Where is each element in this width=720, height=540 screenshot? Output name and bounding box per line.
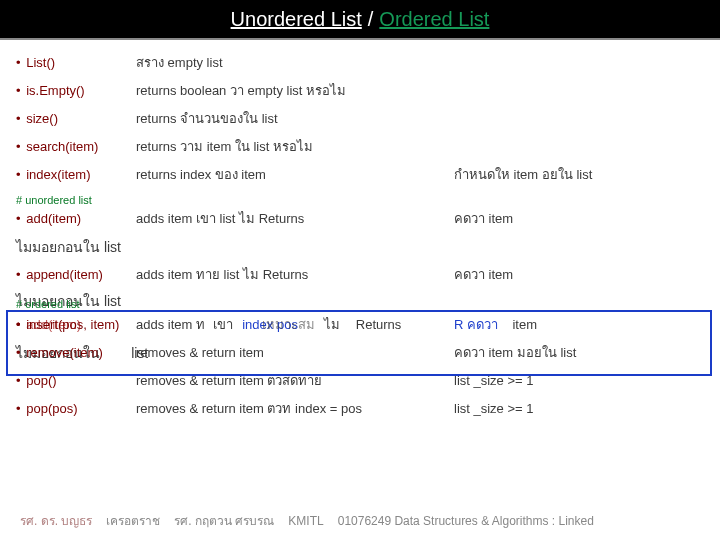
method: index(item) xyxy=(26,167,90,182)
method-b: insert(pos, item) xyxy=(26,317,119,332)
comment-unordered: # unordered list xyxy=(16,190,704,206)
title-right: Ordered List xyxy=(379,8,489,31)
desc: adds item ทาย list ไม Returns xyxy=(136,264,454,285)
note: ไมมอยกอนใน list xyxy=(16,234,704,262)
desc: สราง empty list xyxy=(136,52,454,73)
api-row-overlap: • add(item) • insert(pos, item) adds ite… xyxy=(16,312,704,340)
api-row: • List() สราง empty list xyxy=(16,50,704,78)
footer-b: เครอตราช xyxy=(106,511,160,530)
method: pop(pos) xyxy=(26,401,77,416)
api-row: • is.Empty() returns boolean วา empty li… xyxy=(16,78,704,106)
content: • List() สราง empty list • is.Empty() re… xyxy=(0,40,720,424)
desc: removes & return item ตวท index = pos xyxy=(136,398,454,419)
footer-d: KMITL xyxy=(288,514,323,528)
cond: คดวา item มอยใน list xyxy=(454,342,704,363)
footer-e: 01076249 Data Structures & Algorithms : … xyxy=(338,514,594,528)
method: remove(item) xyxy=(26,345,103,360)
api-row: • pop() removes & return item ตวสดทาย li… xyxy=(16,368,704,396)
cond: คดวา item xyxy=(454,208,704,229)
desc: returns index ของ item xyxy=(136,164,454,185)
method: append(item) xyxy=(26,267,103,282)
method: pop() xyxy=(26,373,56,388)
cond: R คดวา item xyxy=(454,314,704,335)
api-row: ไมมอยกอนใน list • remove(item) removes &… xyxy=(16,340,704,368)
method: size() xyxy=(26,111,58,126)
api-row: • pop(pos) removes & return item ตวท ind… xyxy=(16,396,704,424)
cond: คดวา item xyxy=(454,264,704,285)
api-row: • index(item) returns index ของ item กำห… xyxy=(16,162,704,190)
api-row: • size() returns จำนวนของใน list xyxy=(16,106,704,134)
desc: removes & return item ตวสดทาย xyxy=(136,370,454,391)
desc: adds item ท เขา index pos เหมาะสม ไม Ret… xyxy=(136,314,454,335)
title-bar: Unordered List / Ordered List xyxy=(0,0,720,40)
footer-c: รศ. กฤตวน ศรบรณ xyxy=(174,511,274,530)
method: List() xyxy=(26,55,55,70)
method: is.Empty() xyxy=(26,83,85,98)
cond: กำหนดให item อยใน list xyxy=(454,164,704,185)
desc: returns จำนวนของใน list xyxy=(136,108,454,129)
method: search(item) xyxy=(26,139,98,154)
api-row: • append(item) adds item ทาย list ไม Ret… xyxy=(16,262,704,290)
title-sep: / xyxy=(368,8,374,31)
api-row: • add(item) adds item เขา list ไม Return… xyxy=(16,206,704,234)
title-left: Unordered List xyxy=(231,8,362,31)
comment-ordered: # ordered list xyxy=(16,294,80,310)
desc: adds item เขา list ไม Returns xyxy=(136,208,454,229)
footer: รศ. ดร. บญธร เครอตราช รศ. กฤตวน ศรบรณ KM… xyxy=(0,511,720,530)
cond: list _size >= 1 xyxy=(454,373,704,388)
desc: removes & return item xyxy=(136,345,454,360)
method: add(item) xyxy=(26,211,81,226)
desc: returns วาม item ใน list หรอไม xyxy=(136,136,454,157)
desc: returns boolean วา empty list หรอไม xyxy=(136,80,454,101)
footer-a: รศ. ดร. บญธร xyxy=(20,511,92,530)
cond: list _size >= 1 xyxy=(454,401,704,416)
api-row: • search(item) returns วาม item ใน list … xyxy=(16,134,704,162)
